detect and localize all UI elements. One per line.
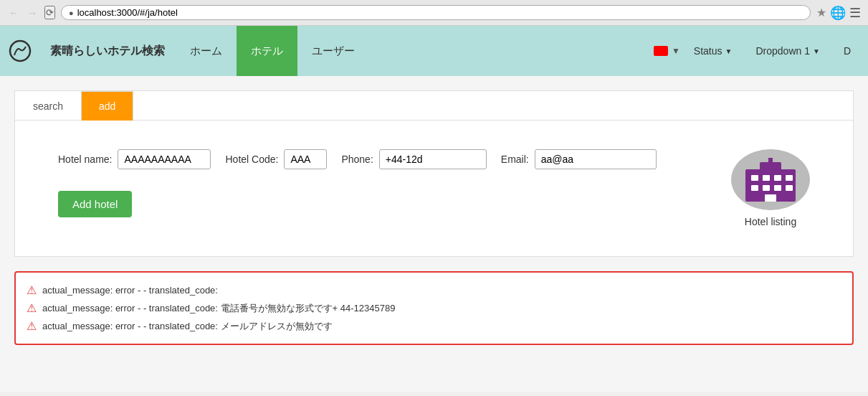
hotel-code-input[interactable] (284, 149, 327, 169)
form-area: Hotel name: Hotel Code: Phone: Emai (15, 121, 853, 256)
error-text: actual_message: error - - translated_cod… (42, 285, 218, 296)
error-icon: ⚠ (27, 319, 37, 333)
error-text: actual_message: error - - translated_cod… (42, 302, 395, 315)
error-icon: ⚠ (27, 283, 37, 297)
hotel-code-label: Hotel Code: (225, 154, 278, 165)
app-title: 素晴らしいホテル検索 (39, 26, 176, 76)
address-bar[interactable]: ● localhost:3000/#/ja/hotel (61, 5, 811, 20)
hotel-listing-label: Hotel listing (745, 216, 796, 227)
hotel-code-group: Hotel Code: (225, 149, 327, 169)
dropdown1-button[interactable]: Dropdown 1 ▼ (745, 41, 829, 61)
language-dropdown[interactable]: ▼ (672, 46, 680, 56)
hotel-name-input[interactable] (118, 149, 211, 169)
error-panel: ⚠ actual_message: error - - translated_c… (14, 271, 854, 345)
svg-rect-6 (751, 185, 758, 191)
header-right: ▼ Status ▼ Dropdown 1 ▼ D (654, 26, 868, 76)
hotel-name-group: Hotel name: (58, 149, 211, 169)
status-dropdown-button[interactable]: Status ▼ (684, 41, 743, 61)
svg-rect-12 (768, 158, 773, 164)
svg-rect-8 (774, 185, 781, 191)
email-input[interactable] (535, 149, 657, 169)
lock-icon: ● (69, 9, 74, 17)
svg-rect-4 (774, 175, 781, 181)
svg-point-0 (10, 41, 30, 61)
extensions-icon[interactable]: 🌐 (830, 5, 846, 21)
error-icon: ⚠ (27, 301, 37, 315)
error-text: actual_message: error - - translated_cod… (42, 320, 333, 333)
tab-search[interactable]: search (15, 91, 81, 121)
form-row: Hotel name: Hotel Code: Phone: Emai (58, 149, 702, 169)
form-fields: Hotel name: Hotel Code: Phone: Emai (58, 149, 702, 227)
svg-rect-7 (763, 185, 770, 191)
add-hotel-btn-row: Add hotel (58, 169, 702, 217)
bookmark-icon[interactable]: ★ (816, 6, 826, 19)
svg-rect-2 (751, 175, 758, 181)
dropdown2-button[interactable]: D (834, 41, 861, 61)
nav-item-users[interactable]: ユーザー (297, 26, 369, 76)
app-logo (0, 26, 39, 76)
error-item: ⚠ actual_message: error - - translated_c… (27, 317, 841, 335)
hotel-name-label: Hotel name: (58, 154, 112, 165)
tab-panel: search add Hotel name: Hotel Code: (14, 90, 854, 257)
add-hotel-button[interactable]: Add hotel (58, 191, 132, 217)
browser-bar: ← → ⟳ ● localhost:3000/#/ja/hotel ★ 🌐 ☰ (0, 0, 868, 26)
tab-bar: search add (15, 91, 853, 121)
dropdown1-caret-icon: ▼ (813, 47, 820, 55)
nav-item-home[interactable]: ホーム (176, 26, 237, 76)
phone-input[interactable] (379, 149, 487, 169)
browser-icons: ★ 🌐 ☰ (816, 5, 861, 21)
hotel-listing-icon (731, 149, 810, 210)
nav-item-hotel[interactable]: ホテル (237, 26, 297, 76)
page-content: search add Hotel name: Hotel Code: (0, 76, 868, 392)
status-caret-icon: ▼ (725, 47, 733, 55)
nav-items: ホーム ホテル ユーザー (176, 26, 369, 76)
menu-icon[interactable]: ☰ (849, 5, 861, 21)
error-item: ⚠ actual_message: error - - translated_c… (27, 281, 841, 299)
app-header: 素晴らしいホテル検索 ホーム ホテル ユーザー ▼ Status ▼ Dropd… (0, 26, 868, 76)
phone-group: Phone: (341, 149, 486, 169)
reload-button[interactable]: ⟳ (44, 6, 55, 19)
svg-rect-9 (786, 185, 793, 191)
phone-label: Phone: (341, 154, 373, 165)
svg-rect-3 (763, 175, 770, 181)
language-flag (654, 46, 668, 56)
tab-add[interactable]: add (81, 91, 133, 121)
url-text: localhost:3000/#/ja/hotel (77, 7, 178, 18)
form-content-row: Hotel name: Hotel Code: Phone: Emai (58, 149, 810, 227)
email-group: Email: (501, 149, 657, 169)
hotel-listing-section: Hotel listing (731, 149, 810, 227)
error-item: ⚠ actual_message: error - - translated_c… (27, 299, 841, 317)
svg-rect-5 (786, 175, 793, 181)
forward-button[interactable]: → (26, 6, 39, 19)
back-button[interactable]: ← (7, 6, 20, 19)
svg-rect-10 (765, 194, 776, 202)
email-label: Email: (501, 154, 529, 165)
